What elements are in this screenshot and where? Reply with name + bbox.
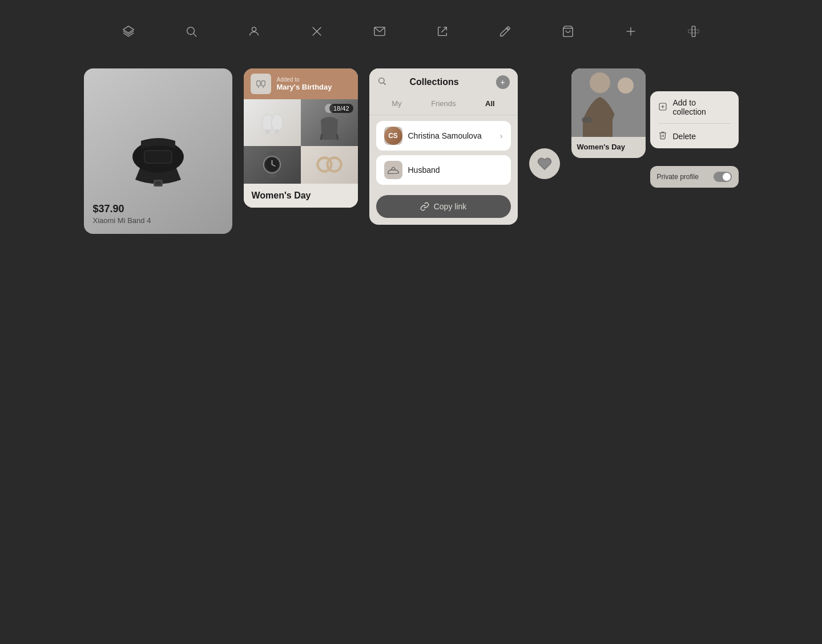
svg-point-1	[187, 27, 195, 35]
collection-add-icon	[658, 102, 667, 113]
delete-label: Delete	[673, 132, 696, 141]
toolbar	[0, 0, 822, 57]
private-profile-row: Private profile	[650, 166, 739, 188]
svg-rect-12	[688, 30, 699, 33]
user-icon[interactable]	[245, 23, 263, 40]
product-image	[84, 88, 232, 214]
arrow-icon-christina: ›	[500, 131, 503, 140]
collections-header: Collections +	[369, 68, 518, 96]
copy-link-button[interactable]: Copy link	[376, 195, 511, 218]
thumb-husband	[384, 161, 402, 179]
collections-title: Collections	[377, 77, 491, 87]
collection-card-title: Women's Day	[244, 184, 358, 208]
layers-icon[interactable]	[120, 23, 137, 40]
svg-point-34	[327, 158, 341, 172]
collection-header-text: Added to Mary's Birthday	[277, 76, 332, 91]
womens-day-label: Women's Day	[571, 137, 646, 158]
svg-rect-24	[265, 129, 269, 133]
collection-row-husband[interactable]: Husband	[376, 155, 511, 185]
svg-rect-11	[692, 26, 695, 37]
added-to-label: Added to	[277, 76, 332, 83]
private-profile-toggle[interactable]	[714, 172, 732, 182]
grid-cell-earrings	[301, 146, 358, 184]
collection-images-grid: 18/42	[244, 99, 358, 184]
svg-rect-15	[145, 151, 171, 163]
product-info: $37.90 Xiaomi Mi Band 4	[93, 203, 151, 225]
bag-icon[interactable]	[559, 23, 577, 40]
svg-line-2	[194, 34, 196, 37]
grid-cell-earbuds	[244, 99, 301, 146]
collection-card: Added to Mary's Birthday	[244, 68, 358, 208]
svg-point-23	[271, 114, 283, 131]
right-bottom-row: Private profile	[571, 161, 739, 188]
collection-title-header: Mary's Birthday	[277, 83, 332, 91]
right-top-row: Women's Day Add to collection Delete	[571, 68, 739, 158]
private-profile-label: Private profile	[657, 173, 699, 181]
womens-day-card: Women's Day	[571, 68, 646, 158]
add-icon[interactable]	[622, 23, 639, 40]
earbuds-thumb	[251, 74, 271, 94]
svg-rect-17	[155, 181, 161, 185]
svg-rect-32	[268, 173, 276, 177]
svg-rect-19	[261, 81, 264, 86]
product-price: $37.90	[93, 203, 151, 215]
collections-panel: Collections + My Friends All CS Christin…	[369, 68, 518, 225]
mail-icon[interactable]	[371, 23, 388, 40]
svg-line-7	[441, 27, 446, 33]
close-icon[interactable]	[308, 23, 325, 40]
svg-point-38	[590, 72, 610, 93]
svg-rect-27	[268, 152, 276, 156]
main-content: $37.90 Xiaomi Mi Band 4 Added to Mary's …	[0, 57, 822, 245]
womens-day-image	[571, 68, 646, 137]
settings-icon[interactable]	[685, 23, 702, 40]
collection-row-christina[interactable]: CS Christina Samoulova ›	[376, 121, 511, 151]
count-badge: 18/42	[329, 104, 353, 113]
add-collection-button[interactable]: +	[496, 75, 510, 89]
tab-my[interactable]: My	[388, 98, 405, 109]
svg-rect-40	[582, 117, 592, 123]
share-icon[interactable]	[434, 23, 451, 40]
tab-friends[interactable]: Friends	[428, 98, 459, 109]
edit-icon[interactable]	[497, 23, 514, 40]
collection-row-name-christina: Christina Samoulova	[408, 131, 494, 140]
collection-header: Added to Mary's Birthday	[244, 68, 358, 99]
copy-link-label: Copy link	[434, 202, 467, 211]
svg-rect-18	[256, 81, 260, 86]
svg-point-3	[252, 27, 256, 31]
context-menu: Add to collection Delete	[650, 91, 739, 148]
collections-tabs: My Friends All	[369, 96, 518, 115]
add-to-collection-item[interactable]: Add to collection	[650, 91, 739, 123]
product-name: Xiaomi Mi Band 4	[93, 216, 151, 225]
delete-item[interactable]: Delete	[650, 124, 739, 148]
right-group: Women's Day Add to collection Delete	[571, 68, 739, 188]
heart-button[interactable]	[529, 148, 560, 179]
add-to-collection-label: Add to collection	[673, 98, 731, 116]
tab-all[interactable]: All	[482, 98, 498, 109]
avatar-christina: CS	[384, 127, 402, 145]
svg-point-39	[618, 78, 634, 94]
product-card: $37.90 Xiaomi Mi Band 4	[84, 68, 232, 234]
trash-icon	[658, 131, 667, 141]
collection-list: CS Christina Samoulova › Husband	[369, 115, 518, 191]
search-icon[interactable]	[183, 23, 200, 40]
svg-rect-25	[275, 129, 279, 133]
grid-cell-watch	[244, 146, 301, 184]
collection-row-name-husband: Husband	[408, 165, 503, 175]
